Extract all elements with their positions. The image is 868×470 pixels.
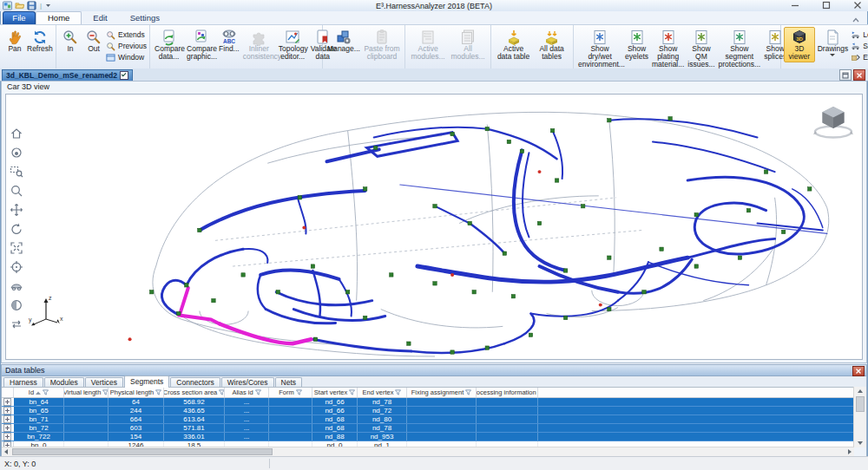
save-icon[interactable] <box>27 1 36 10</box>
filter-funnel-icon[interactable] <box>395 389 401 395</box>
save-car-transform-button[interactable]: Save car transform... <box>851 41 868 51</box>
filter-funnel-icon[interactable] <box>296 389 302 395</box>
compare-data-button[interactable]: Compare data... <box>153 27 185 62</box>
row-expander[interactable] <box>2 398 14 406</box>
active-modules-button[interactable]: Active modules... <box>408 27 448 62</box>
column-header-start-vertex[interactable]: Start vertex <box>312 388 358 397</box>
connector-icon[interactable] <box>808 187 812 191</box>
row-expander[interactable] <box>2 433 14 441</box>
connector-icon[interactable] <box>738 256 741 259</box>
mdi-close-button[interactable] <box>853 69 865 81</box>
paste-from-clipboard-button[interactable]: Paste from clipboard <box>362 27 402 62</box>
show-plating-material-button[interactable]: Show plating material... <box>650 27 686 69</box>
connector-icon[interactable] <box>390 273 393 277</box>
connector-icon[interactable] <box>503 251 506 255</box>
connector-icon[interactable] <box>468 221 471 225</box>
tab-home[interactable]: Home <box>36 11 82 24</box>
connector-icon[interactable] <box>660 247 663 251</box>
all-data-tables-button[interactable]: All data tables <box>533 27 570 62</box>
zoom-extends-button[interactable]: Extends <box>106 29 147 40</box>
filter-funnel-icon[interactable] <box>349 389 355 395</box>
inliner-consistency-button[interactable]: Inliner consistency <box>241 27 277 62</box>
data-tables-close-button[interactable] <box>852 366 865 376</box>
drawings-button[interactable]: Drawings <box>815 27 852 58</box>
marker-icon[interactable] <box>302 226 306 230</box>
connector-icon[interactable] <box>313 337 317 341</box>
filter-funnel-icon[interactable] <box>155 389 161 395</box>
table-row[interactable]: bn_72603571.81...nd_68nd_78 <box>2 424 854 433</box>
qat-dropdown-icon[interactable] <box>45 1 51 10</box>
table-row[interactable]: bn_6464568.92...nd_66nd_78 <box>2 398 854 407</box>
3d-viewer-button[interactable]: 3D 3D viewer <box>784 27 815 62</box>
connector-icon[interactable] <box>276 290 279 294</box>
scroll-right-icon[interactable] <box>845 447 854 456</box>
ribbon-collapse-icon[interactable] <box>852 17 859 23</box>
connector-icon[interactable] <box>212 298 215 302</box>
connector-icon[interactable] <box>345 290 349 294</box>
car-view-icon[interactable] <box>9 278 24 293</box>
minimize-button[interactable] <box>790 1 800 10</box>
marker-icon[interactable] <box>450 273 454 277</box>
column-header-id[interactable]: Id <box>14 388 64 397</box>
refresh-button[interactable]: Refresh <box>25 27 54 55</box>
filter-funnel-icon[interactable] <box>43 389 49 395</box>
connector-icon[interactable] <box>563 269 567 272</box>
connector-icon[interactable] <box>781 230 785 233</box>
connector-icon[interactable] <box>511 295 515 298</box>
connector-icon[interactable] <box>472 290 476 294</box>
export-model-button[interactable]: Export model <box>851 52 868 62</box>
active-data-table-button[interactable]: Active data table <box>494 27 533 62</box>
connector-icon[interactable] <box>149 290 153 294</box>
column-header-fixing-assignment[interactable]: Fixing assignment <box>407 388 477 397</box>
connector-icon[interactable] <box>241 273 245 277</box>
connector-icon[interactable] <box>608 307 611 310</box>
connector-icon[interactable] <box>668 117 672 121</box>
column-header-form[interactable]: Form <box>269 388 312 397</box>
table-row[interactable]: bn_71664613.64...nd_68nd_80 <box>2 415 854 424</box>
pan-button[interactable]: Pan <box>4 27 25 55</box>
filter-funnel-icon[interactable] <box>465 389 471 395</box>
connector-icon[interactable] <box>433 282 437 285</box>
connector-icon[interactable] <box>198 228 201 232</box>
column-header-alias-id[interactable]: Alias id <box>225 388 269 397</box>
table-row[interactable]: bn_722154336.01...nd_88nd_953 <box>2 433 854 441</box>
load-car-transform-button[interactable]: Load car transform... <box>851 29 868 40</box>
mdi-restore-button[interactable] <box>839 69 852 81</box>
connector-icon[interactable] <box>374 146 378 149</box>
pan-icon[interactable] <box>9 202 24 217</box>
connector-icon[interactable] <box>529 333 532 336</box>
connector-icon[interactable] <box>764 170 767 173</box>
compare-graphic-button[interactable]: Compare graphic... <box>185 27 217 62</box>
topology-editor-button[interactable]: Topology editor... <box>277 27 309 62</box>
connector-icon[interactable] <box>177 311 181 315</box>
column-header-end-vertex[interactable]: End vertex <box>358 388 407 397</box>
grid-vertical-scrollbar[interactable] <box>853 387 866 447</box>
connector-icon[interactable] <box>694 264 698 268</box>
row-expander[interactable] <box>2 415 14 423</box>
grid-horizontal-scrollbar[interactable] <box>2 447 854 456</box>
connector-icon[interactable] <box>407 342 411 345</box>
marker-icon[interactable] <box>599 304 602 307</box>
scroll-left-icon[interactable] <box>2 447 10 456</box>
show-qm-issues-button[interactable]: Show QM issues... <box>686 27 716 69</box>
horizontal-scroll-thumb[interactable] <box>12 448 273 455</box>
connector-icon[interactable] <box>642 290 646 294</box>
connector-icon[interactable] <box>550 128 554 132</box>
column-header-physical-length[interactable]: Physical length <box>108 388 164 397</box>
row-expander[interactable] <box>2 424 14 432</box>
column-header-virtual-length[interactable]: Virtual length <box>64 388 108 397</box>
filter-funnel-icon[interactable] <box>255 389 261 395</box>
connector-icon[interactable] <box>185 284 188 287</box>
orbit-icon[interactable] <box>9 145 24 160</box>
open-file-icon[interactable] <box>15 1 24 10</box>
show-segment-protections-button[interactable]: Show segment protections... <box>717 27 763 69</box>
vertical-scroll-thumb[interactable] <box>856 396 865 412</box>
connector-icon[interactable] <box>485 127 489 130</box>
zoom-in-button[interactable]: In <box>59 27 82 55</box>
rotate-icon[interactable] <box>9 221 24 236</box>
connector-icon[interactable] <box>694 212 698 216</box>
connector-icon[interactable] <box>520 149 523 153</box>
view-cube[interactable] <box>810 100 857 147</box>
connector-icon[interactable] <box>311 264 314 268</box>
table-row[interactable]: bn_65244436.65...nd_66nd_72 <box>2 407 854 415</box>
